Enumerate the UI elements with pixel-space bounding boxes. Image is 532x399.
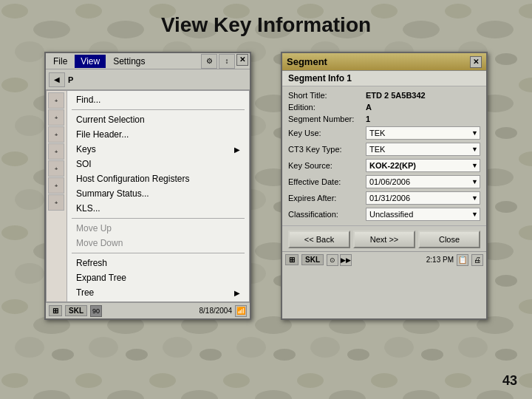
seg-time-display: 2:13 PM xyxy=(426,256,454,264)
select-key-source[interactable]: KOK-22(KP) ▼ xyxy=(366,159,480,172)
form-row-key-use: Key Use: TEK ▼ xyxy=(288,126,480,140)
chevron-down-icon-6: ▼ xyxy=(471,211,478,218)
menu-window: File View Settings ⚙ ↕ ✕ ◀ P + + + + xyxy=(44,52,251,320)
icon-1: + xyxy=(48,92,64,109)
select-key-use[interactable]: TEK ▼ xyxy=(366,126,480,140)
toolbar-icon-1[interactable]: ⚙ xyxy=(201,54,217,69)
menu-summary-status[interactable]: Summary Status... xyxy=(67,186,249,201)
find-menu-item[interactable]: Find... xyxy=(67,92,249,107)
icon-3: + xyxy=(48,126,64,143)
label-edition: Edition: xyxy=(288,103,366,112)
page-title: View Key Information xyxy=(0,0,532,44)
chevron-down-icon: ▼ xyxy=(471,129,478,137)
form-row-segment-number: Segment Number: 1 xyxy=(288,115,480,123)
menu-keys[interactable]: Keys ▶ xyxy=(67,142,249,157)
form-row-ct3-key-type: CT3 Key Type: TEK ▼ xyxy=(288,143,480,156)
value-short-title: ETD 2 5A5B342 xyxy=(366,91,480,100)
menu-file[interactable]: File xyxy=(47,55,73,68)
icon-2: + xyxy=(48,109,64,126)
seg-network-icons: ⊙ ▶▶ xyxy=(327,254,352,266)
taskbar-num: 90 xyxy=(90,305,102,317)
menu-bar: File View Settings ⚙ ↕ ✕ xyxy=(46,53,250,69)
value-edition: A xyxy=(366,103,480,112)
menu-panel: + + + + + + + Find... Current Selection xyxy=(47,91,249,301)
menu-expand-tree[interactable]: Expand Tree xyxy=(67,270,249,285)
divider-2 xyxy=(72,218,245,219)
menu-refresh[interactable]: Refresh xyxy=(67,256,249,270)
nav-icon[interactable]: ◀ xyxy=(49,72,65,87)
toolbar-label: P xyxy=(68,75,73,84)
label-key-use: Key Use: xyxy=(288,129,366,137)
next-button[interactable]: Next >> xyxy=(353,231,415,248)
divider-1 xyxy=(72,109,245,110)
segment-close-button[interactable]: ✕ xyxy=(470,56,482,68)
menu-move-down: Move Down xyxy=(67,236,249,250)
menu-kls[interactable]: KLS... xyxy=(67,201,249,216)
menu-items-column: Find... Current Selection File Header...… xyxy=(67,91,249,301)
back-button[interactable]: << Back xyxy=(288,231,350,248)
page-number: 43 xyxy=(502,373,517,389)
toolbar: ◀ P xyxy=(46,69,250,90)
label-key-source: Key Source: xyxy=(288,161,366,170)
icon-7: + xyxy=(48,194,64,211)
chevron-down-icon-4: ▼ xyxy=(471,178,478,185)
label-short-title: Short Title: xyxy=(288,91,366,100)
icons-column: + + + + + + + xyxy=(47,91,67,301)
close-button-seg[interactable]: Close xyxy=(418,231,480,248)
seg-icon-2: ▶▶ xyxy=(340,254,352,266)
icon-5: + xyxy=(48,160,64,177)
seg-print-icon: 🖨 xyxy=(471,254,483,266)
submenu-arrow-tree: ▶ xyxy=(234,289,240,297)
select-expires-after[interactable]: 01/31/2006 ▼ xyxy=(366,191,480,205)
form-row-expires-after: Expires After: 01/31/2006 ▼ xyxy=(288,191,480,205)
menu-current-selection[interactable]: Current Selection xyxy=(67,112,249,127)
label-expires-after: Expires After: xyxy=(288,194,366,202)
seg-taskbar-skl[interactable]: SKL xyxy=(301,254,324,265)
start-icon[interactable]: ⊞ xyxy=(49,305,62,316)
seg-start-icon[interactable]: ⊞ xyxy=(285,254,299,265)
form-row-key-source: Key Source: KOK-22(KP) ▼ xyxy=(288,159,480,172)
menu-move-up: Move Up xyxy=(67,221,249,236)
menu-file-header[interactable]: File Header... xyxy=(67,127,249,142)
menu-host-config[interactable]: Host Configuration Registers xyxy=(67,171,249,186)
icon-4: + xyxy=(48,143,64,160)
chevron-down-icon-3: ▼ xyxy=(471,162,478,169)
form-row-edition: Edition: A xyxy=(288,103,480,112)
menu-soi[interactable]: SOI xyxy=(67,157,249,171)
segment-titlebar: Segment ✕ xyxy=(282,53,486,71)
close-button[interactable]: ✕ xyxy=(236,54,248,66)
select-ct3-key-type[interactable]: TEK ▼ xyxy=(366,143,480,156)
icon-6: + xyxy=(48,177,64,194)
menu-settings[interactable]: Settings xyxy=(107,55,151,68)
menu-bottom-bar: ⊞ SKL 90 8/18/2004 📶 xyxy=(46,302,250,318)
select-effective-date[interactable]: 01/06/2006 ▼ xyxy=(366,175,480,188)
status-icon: 📶 xyxy=(235,305,247,317)
label-segment-number: Segment Number: xyxy=(288,115,366,123)
segment-bottom-bar: ⊞ SKL ⊙ ▶▶ 2:13 PM 📋 🖨 xyxy=(282,251,486,267)
segment-window: Segment ✕ Segment Info 1 Short Title: ET… xyxy=(281,52,488,320)
divider-3 xyxy=(72,253,245,253)
label-effective-date: Effective Date: xyxy=(288,177,366,186)
chevron-down-icon-5: ▼ xyxy=(471,194,478,202)
menu-tree[interactable]: Tree ▶ xyxy=(67,285,249,300)
select-classification[interactable]: Unclassified ▼ xyxy=(366,208,480,221)
chevron-down-icon-2: ▼ xyxy=(471,146,478,153)
submenu-arrow-keys: ▶ xyxy=(234,146,240,154)
menu-view[interactable]: View xyxy=(75,55,106,68)
taskbar-skl[interactable]: SKL xyxy=(65,305,87,316)
segment-title: Segment xyxy=(287,56,470,67)
segment-buttons: << Back Next >> Close xyxy=(282,225,486,251)
value-segment-number: 1 xyxy=(366,115,480,123)
toolbar-icon-2[interactable]: ↕ xyxy=(219,54,235,69)
seg-status-icon: 📋 xyxy=(457,254,468,266)
form-row-classification: Classification: Unclassified ▼ xyxy=(288,208,480,221)
date-display: 8/18/2004 xyxy=(200,307,233,315)
label-ct3-key-type: CT3 Key Type: xyxy=(288,145,366,154)
segment-form: Short Title: ETD 2 5A5B342 Edition: A Se… xyxy=(282,86,486,225)
segment-subtitle: Segment Info 1 xyxy=(282,71,486,86)
form-row-effective-date: Effective Date: 01/06/2006 ▼ xyxy=(288,175,480,188)
form-row-short-title: Short Title: ETD 2 5A5B342 xyxy=(288,91,480,100)
menu-content: + + + + + + + Find... Current Selection xyxy=(46,90,250,302)
seg-icon-1: ⊙ xyxy=(327,254,338,266)
label-classification: Classification: xyxy=(288,210,366,219)
